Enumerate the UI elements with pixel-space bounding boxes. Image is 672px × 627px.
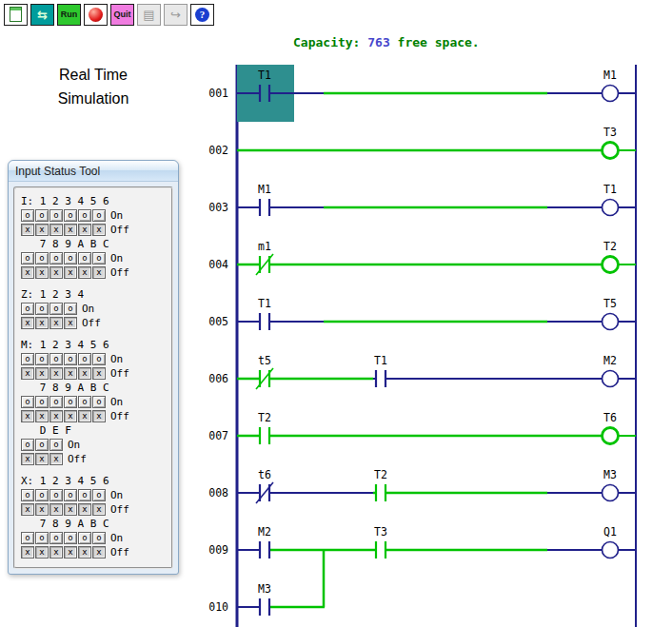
toggle-M9-off[interactable]: x <box>49 410 63 422</box>
toggle-M2-on[interactable]: o <box>35 353 49 365</box>
toggle-MD-off[interactable]: x <box>21 453 34 465</box>
toggle-IC-on[interactable]: o <box>92 252 106 265</box>
toggle-IC-off[interactable]: x <box>92 266 106 279</box>
contact-M3[interactable]: M3 <box>258 582 271 617</box>
toggle-I2-off[interactable]: x <box>35 224 49 236</box>
toggle-M8-on[interactable]: o <box>35 396 49 408</box>
toggle-X9-on[interactable]: o <box>49 532 63 544</box>
toggle-X3-on[interactable]: o <box>49 489 63 501</box>
toggle-MB-on[interactable]: o <box>78 396 91 408</box>
toggle-M6-off[interactable]: x <box>92 367 106 380</box>
contact-t5[interactable]: t5 <box>256 354 273 389</box>
toggle-MA-on[interactable]: o <box>64 396 77 408</box>
toggle-MD-on[interactable]: o <box>21 439 34 451</box>
toggle-X6-off[interactable]: x <box>92 503 106 516</box>
toggle-MB-off[interactable]: x <box>78 410 91 422</box>
contact-T2[interactable]: T2 <box>374 468 387 503</box>
toggle-I2-on[interactable]: o <box>35 209 49 222</box>
coil-T3[interactable]: T3 <box>603 126 637 159</box>
toggle-M1-off[interactable]: x <box>21 367 34 380</box>
toggle-M2-off[interactable]: x <box>35 367 49 380</box>
toggle-M5-on[interactable]: o <box>78 353 91 365</box>
contact-T1[interactable]: T1 <box>374 354 387 389</box>
toggle-X8-off[interactable]: x <box>35 546 49 558</box>
toggle-I6-on[interactable]: o <box>92 209 106 222</box>
toggle-I1-on[interactable]: o <box>21 209 34 222</box>
toggle-IA-off[interactable]: x <box>64 266 77 279</box>
contact-t6[interactable]: t6 <box>256 468 273 503</box>
toggle-Z3-on[interactable]: o <box>49 303 63 315</box>
toggle-M3-off[interactable]: x <box>49 367 63 380</box>
toggle-XC-off[interactable]: x <box>92 546 106 558</box>
toggle-I5-on[interactable]: o <box>78 209 91 222</box>
toggle-X7-on[interactable]: o <box>21 532 34 544</box>
toggle-MA-off[interactable]: x <box>64 410 77 422</box>
toggle-M7-on[interactable]: o <box>21 396 34 408</box>
toggle-I9-off[interactable]: x <box>49 266 63 279</box>
toggle-Z3-off[interactable]: x <box>49 317 63 329</box>
toggle-M8-off[interactable]: x <box>35 410 49 422</box>
toggle-M4-off[interactable]: x <box>64 367 77 380</box>
toggle-M5-off[interactable]: x <box>78 367 91 380</box>
toggle-Z2-on[interactable]: o <box>35 303 49 315</box>
toggle-I7-on[interactable]: o <box>21 252 34 265</box>
coil-M1[interactable]: M1 <box>603 69 637 102</box>
toggle-MF-on[interactable]: o <box>49 439 63 451</box>
toggle-MC-on[interactable]: o <box>92 396 106 408</box>
coil-T6[interactable]: T6 <box>603 411 637 444</box>
toggle-X6-on[interactable]: o <box>92 489 106 501</box>
contact-m1[interactable]: m1 <box>256 240 273 275</box>
coil-T2[interactable]: T2 <box>603 240 637 273</box>
toggle-Z1-on[interactable]: o <box>21 303 34 315</box>
toggle-MF-off[interactable]: x <box>49 453 63 465</box>
toggle-X7-off[interactable]: x <box>21 546 34 558</box>
toggle-I4-off[interactable]: x <box>64 224 77 236</box>
contact-T1[interactable]: T1 <box>258 69 271 104</box>
toggle-X5-off[interactable]: x <box>78 503 91 516</box>
toggle-X1-off[interactable]: x <box>21 503 34 516</box>
contact-T3[interactable]: T3 <box>374 525 387 560</box>
toggle-Z4-on[interactable]: o <box>64 303 77 315</box>
toggle-ME-off[interactable]: x <box>35 453 49 465</box>
toggle-XA-on[interactable]: o <box>64 532 77 544</box>
contact-M1[interactable]: M1 <box>258 183 271 218</box>
contact-M2[interactable]: M2 <box>258 525 271 560</box>
contact-T1[interactable]: T1 <box>258 297 271 332</box>
toggle-I8-on[interactable]: o <box>35 252 49 265</box>
toggle-X2-off[interactable]: x <box>35 503 49 516</box>
toggle-IA-on[interactable]: o <box>64 252 77 265</box>
toggle-I3-off[interactable]: x <box>49 224 63 236</box>
toggle-MC-off[interactable]: x <box>92 410 106 422</box>
toggle-M6-on[interactable]: o <box>92 353 106 365</box>
toggle-IB-on[interactable]: o <box>78 252 91 265</box>
coil-M2[interactable]: M2 <box>603 354 637 387</box>
toggle-X3-off[interactable]: x <box>49 503 63 516</box>
toggle-X5-on[interactable]: o <box>78 489 91 501</box>
toggle-X4-on[interactable]: o <box>64 489 77 501</box>
contact-T2[interactable]: T2 <box>258 411 271 446</box>
toggle-XA-off[interactable]: x <box>64 546 77 558</box>
toggle-I1-off[interactable]: x <box>21 224 34 236</box>
toggle-M4-on[interactable]: o <box>64 353 77 365</box>
input-status-tool-titlebar[interactable]: Input Status Tool <box>9 161 178 182</box>
toggle-IB-off[interactable]: x <box>78 266 91 279</box>
toggle-I5-off[interactable]: x <box>78 224 91 236</box>
toggle-M7-off[interactable]: x <box>21 410 34 422</box>
toggle-Z2-off[interactable]: x <box>35 317 49 329</box>
toggle-Z1-off[interactable]: x <box>21 317 34 329</box>
coil-T5[interactable]: T5 <box>603 297 637 330</box>
toggle-X1-on[interactable]: o <box>21 489 34 501</box>
coil-Q1[interactable]: Q1 <box>603 525 637 558</box>
toggle-Z4-off[interactable]: x <box>64 317 77 329</box>
toggle-X9-off[interactable]: x <box>49 546 63 558</box>
toggle-XB-on[interactable]: o <box>78 532 91 544</box>
toggle-XB-off[interactable]: x <box>78 546 91 558</box>
toggle-M1-on[interactable]: o <box>21 353 34 365</box>
coil-T1[interactable]: T1 <box>603 183 637 216</box>
toggle-X8-on[interactable]: o <box>35 532 49 544</box>
toggle-M3-on[interactable]: o <box>49 353 63 365</box>
toggle-XC-on[interactable]: o <box>92 532 106 544</box>
toggle-M9-on[interactable]: o <box>49 396 63 408</box>
toggle-I7-off[interactable]: x <box>21 266 34 279</box>
toggle-I9-on[interactable]: o <box>49 252 63 265</box>
